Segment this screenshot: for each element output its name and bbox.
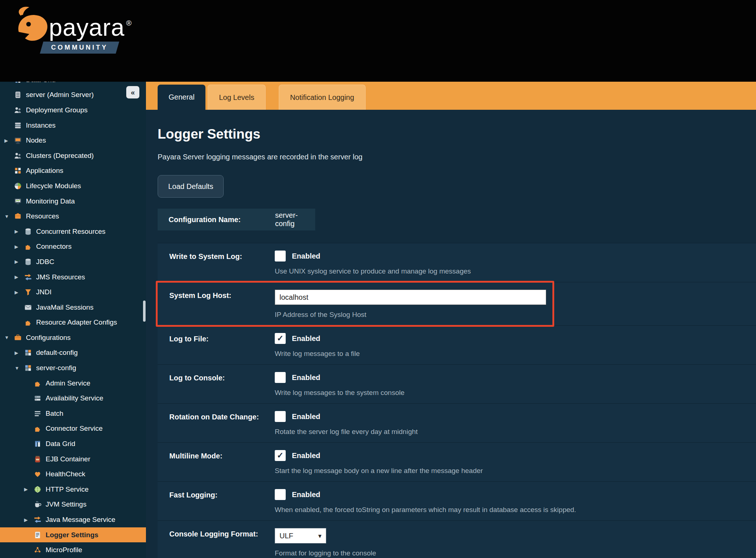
sidebar-item-label: HealthCheck bbox=[46, 470, 85, 478]
sidebar-item-label: Configurations bbox=[26, 334, 71, 342]
batch-icon bbox=[34, 410, 42, 418]
checkbox-unchecked[interactable] bbox=[275, 251, 286, 261]
sidebar-collapse-button[interactable]: « bbox=[126, 86, 139, 98]
availability-icon bbox=[34, 394, 42, 402]
checkbox-label: Enabled bbox=[292, 373, 320, 382]
tab-bar: GeneralLog LevelsNotification Logging bbox=[146, 82, 756, 110]
expand-arrow-icon[interactable]: ▶ bbox=[4, 138, 14, 143]
sidebar-item-label: JNDI bbox=[36, 288, 51, 296]
sidebar-item-resources[interactable]: ▼Resources bbox=[0, 209, 146, 224]
checkbox-unchecked[interactable] bbox=[275, 489, 286, 500]
sidebar-item-label: Batch bbox=[46, 410, 63, 418]
app-header: payara® COMMUNITY bbox=[0, 0, 756, 82]
checkbox-checked[interactable]: ✓ bbox=[275, 333, 286, 344]
field-help: Use UNIX syslog service to produce and m… bbox=[275, 267, 756, 275]
sidebar-item-server-admin-server[interactable]: server (Admin Server) bbox=[0, 88, 146, 103]
dots-icon bbox=[34, 546, 42, 554]
tab-general[interactable]: General bbox=[158, 85, 205, 110]
page-description: Payara Server logging messages are recor… bbox=[158, 153, 756, 161]
sidebar-item-clusters-deprecated[interactable]: Clusters (Deprecated) bbox=[0, 148, 146, 163]
field-control: ✓EnabledStart the log message body on a … bbox=[275, 450, 756, 475]
expand-arrow-icon[interactable]: ▶ bbox=[15, 259, 24, 264]
sidebar-item-label: Deployment Groups bbox=[26, 106, 88, 114]
collapse-arrow-icon[interactable]: ▼ bbox=[4, 214, 14, 219]
sidebar-item-batch[interactable]: Batch bbox=[0, 406, 146, 421]
sidebar-item-nodes[interactable]: ▶Nodes bbox=[0, 133, 146, 148]
payara-logo: payara® COMMUNITY bbox=[10, 6, 132, 54]
sidebar-item-admin-service[interactable]: Admin Service bbox=[0, 376, 146, 391]
sidebar-item-label: JavaMail Sessions bbox=[36, 303, 93, 311]
expand-arrow-icon[interactable]: ▶ bbox=[15, 229, 24, 234]
load-defaults-button[interactable]: Load Defaults bbox=[158, 175, 224, 198]
sidebar-item-jms-resources[interactable]: ▶JMS Resources bbox=[0, 270, 146, 285]
sidebar-item-connectors[interactable]: ▶Connectors bbox=[0, 239, 146, 255]
sidebar-item-server-config[interactable]: ▼server-config bbox=[0, 360, 146, 376]
sidebar-item-label: Availability Service bbox=[46, 394, 103, 402]
checkbox-unchecked[interactable] bbox=[275, 372, 286, 383]
sidebar-item-resource-adapter-configs[interactable]: Resource Adapter Configs bbox=[0, 315, 146, 330]
sidebar-item-healthcheck[interactable]: HealthCheck bbox=[0, 466, 146, 482]
field-help: Start the log message body on a new line… bbox=[275, 467, 756, 475]
community-label: COMMUNITY bbox=[51, 44, 108, 51]
sidebar-item-lifecycle-modules[interactable]: Lifecycle Modules bbox=[0, 178, 146, 194]
sidebar-item-instances[interactable]: Instances bbox=[0, 118, 146, 133]
form-row-log-to-console: Log to Console:EnabledWrite log messages… bbox=[158, 364, 756, 403]
select-dropdown[interactable]: ULF▼ bbox=[275, 528, 326, 543]
sidebar-item-logger-settings[interactable]: Logger Settings bbox=[0, 527, 146, 543]
sidebar-item-concurrent-resources[interactable]: ▶Concurrent Resources bbox=[0, 224, 146, 239]
resource-box-icon bbox=[14, 212, 22, 220]
field-help: Write log messages to a file bbox=[275, 350, 756, 358]
lifecycle-icon bbox=[14, 182, 22, 190]
checkbox-unchecked[interactable] bbox=[275, 411, 286, 422]
field-help: Format for logging to the console bbox=[275, 549, 756, 557]
jar-icon bbox=[34, 455, 42, 463]
collapse-arrow-icon[interactable]: ▼ bbox=[15, 365, 24, 371]
cup-icon bbox=[34, 500, 42, 508]
globe-icon bbox=[34, 485, 42, 493]
sidebar-item-deployment-groups[interactable]: Deployment Groups bbox=[0, 102, 146, 118]
expand-arrow-icon[interactable]: ▶ bbox=[24, 517, 34, 523]
sidebar-item-connector-service[interactable]: Connector Service bbox=[0, 421, 146, 437]
sidebar-item-label: JMS Resources bbox=[36, 273, 85, 281]
tab-log-levels[interactable]: Log Levels bbox=[208, 85, 266, 110]
collapse-arrow-icon[interactable]: ▼ bbox=[4, 335, 14, 340]
sidebar-item-javamail-sessions[interactable]: JavaMail Sessions bbox=[0, 300, 146, 315]
text-input[interactable] bbox=[275, 290, 546, 305]
expand-arrow-icon[interactable]: ▶ bbox=[15, 244, 24, 249]
expand-arrow-icon[interactable]: ▶ bbox=[24, 487, 34, 492]
doc-icon bbox=[34, 531, 42, 539]
sidebar-item-java-message-service[interactable]: ▶Java Message Service bbox=[0, 512, 146, 527]
sidebar-item-default-config[interactable]: ▶default-config bbox=[0, 345, 146, 361]
apps-icon bbox=[14, 167, 22, 175]
sidebar-item-label: Connector Service bbox=[46, 425, 103, 433]
expand-arrow-icon[interactable]: ▶ bbox=[15, 274, 24, 280]
sidebar-item-monitoring-data[interactable]: Monitoring Data bbox=[0, 194, 146, 209]
sidebar-item-jndi[interactable]: ▶JNDI bbox=[0, 284, 146, 300]
db-icon bbox=[24, 258, 32, 266]
checkbox-checked[interactable]: ✓ bbox=[275, 450, 286, 461]
sidebar-item-availability-service[interactable]: Availability Service bbox=[0, 391, 146, 406]
expand-arrow-icon[interactable]: ▶ bbox=[15, 290, 24, 295]
sidebar-item-label: Resources bbox=[26, 212, 59, 220]
config-icon bbox=[24, 349, 32, 357]
sidebar-item-jvm-settings[interactable]: JVM Settings bbox=[0, 497, 146, 512]
sidebar-item-ejb-container[interactable]: EJB Container bbox=[0, 452, 146, 467]
sidebar-item-label: Clusters (Deprecated) bbox=[26, 152, 94, 160]
sidebar-item-jdbc[interactable]: ▶JDBC bbox=[0, 254, 146, 270]
sidebar-item-label: Lifecycle Modules bbox=[26, 182, 81, 190]
tab-notification-logging[interactable]: Notification Logging bbox=[279, 85, 366, 110]
sidebar-item-microprofile[interactable]: MicroProfile bbox=[0, 542, 146, 558]
checkbox-label: Enabled bbox=[292, 452, 320, 460]
sidebar-item-http-service[interactable]: ▶HTTP Service bbox=[0, 482, 146, 497]
field-control: ULF▼Format for logging to the console bbox=[275, 528, 756, 557]
sidebar-item-data-grid[interactable]: Data Grid bbox=[0, 82, 146, 88]
field-help: Write log messages to the system console bbox=[275, 389, 756, 397]
brand-block: payara® COMMUNITY bbox=[49, 15, 132, 54]
sidebar-item-data-grid[interactable]: Data Grid bbox=[0, 436, 146, 452]
checkbox-label: Enabled bbox=[292, 491, 320, 499]
sidebar-item-configurations[interactable]: ▼Configurations bbox=[0, 330, 146, 345]
sidebar-scrollbar[interactable] bbox=[143, 301, 146, 322]
sidebar-item-applications[interactable]: Applications bbox=[0, 163, 146, 179]
server-icon bbox=[14, 91, 22, 99]
expand-arrow-icon[interactable]: ▶ bbox=[15, 350, 24, 356]
